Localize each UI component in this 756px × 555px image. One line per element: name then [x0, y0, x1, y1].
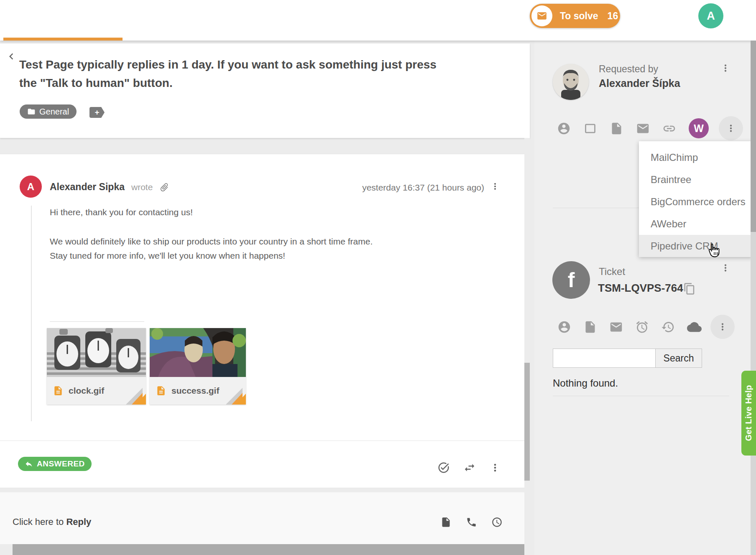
to-solve-mail-bubble	[531, 5, 552, 26]
copy-icon	[683, 283, 696, 295]
attachment-filename: success.gif	[171, 386, 219, 396]
sidebar-search-input[interactable]	[553, 349, 656, 368]
requester-name: Alexander Šípka	[599, 77, 680, 89]
reply-actions	[440, 517, 503, 528]
agent-avatar[interactable]: A	[698, 3, 723, 28]
facebook-letter: f	[568, 268, 575, 292]
collapse-back-button[interactable]	[5, 50, 18, 63]
mouse-cursor-hand	[706, 242, 723, 260]
requester-menu-button[interactable]	[720, 63, 731, 74]
top-bar	[0, 0, 756, 41]
sidebar-search-button[interactable]: Search	[655, 349, 702, 368]
message-avatar-letter: A	[27, 181, 34, 193]
status-label: ANSWERED	[37, 459, 85, 468]
integrations-dropdown: MailChimp Braintree BigCommerce orders A…	[639, 141, 753, 257]
next-card-edge	[13, 544, 530, 555]
message-avatar: A	[20, 176, 42, 198]
mail-icon[interactable]	[636, 122, 650, 135]
message-author: Alexander Sipka	[50, 181, 125, 193]
app-window: Test Page typically re… To solve 16 A Te…	[0, 0, 756, 555]
mail-icon[interactable]	[609, 320, 623, 334]
more-vert-icon	[720, 262, 731, 273]
menu-item-mailchimp[interactable]: MailChimp	[639, 146, 753, 168]
ticket-more-integrations-button[interactable]	[710, 315, 735, 339]
message-wrote-label: wrote	[131, 182, 153, 192]
ticket-label: Ticket	[599, 266, 625, 278]
more-vert-icon	[725, 123, 736, 134]
chevron-left-icon	[5, 50, 18, 63]
message-body-line: Stay tuned for more info, we'll let you …	[50, 251, 285, 261]
attachment-filename: clock.gif	[69, 386, 104, 396]
message-quote-line	[31, 206, 32, 421]
sidebar-scrollbar-thumb[interactable]	[751, 41, 756, 232]
message-body-line: Hi there, thank you for contacting us!	[50, 207, 193, 217]
mail-icon	[536, 10, 547, 21]
menu-item-aweber[interactable]: AWeber	[639, 213, 753, 235]
requester-avatar[interactable]	[553, 64, 589, 100]
folder-icon	[27, 107, 36, 116]
person-icon[interactable]	[557, 122, 571, 135]
search-empty-result: Nothing found.	[553, 377, 618, 389]
more-vert-icon	[720, 63, 731, 74]
link-icon[interactable]	[662, 122, 676, 135]
tag-label: General	[39, 107, 69, 117]
cloud-icon[interactable]	[687, 320, 702, 334]
main-scrollbar-thumb[interactable]	[524, 363, 530, 481]
folded-corner-icon	[126, 388, 146, 405]
attachment-preview-success	[150, 328, 246, 377]
ticket-integrations-row	[557, 315, 735, 339]
document-icon	[53, 385, 64, 396]
active-tab-underline	[3, 38, 123, 41]
ticket-id: TSM-LQVPS-764	[598, 282, 683, 295]
message-header: Alexander Sipka wrote	[50, 181, 169, 193]
more-vert-icon[interactable]	[489, 462, 501, 474]
person-icon[interactable]	[557, 320, 571, 334]
document-icon	[156, 385, 166, 396]
copy-ticket-id-button[interactable]	[683, 283, 696, 295]
requester-integrations-row: W	[557, 116, 743, 140]
get-live-help-tab[interactable]: Get Live Help	[741, 371, 756, 456]
main-scrollbar-track[interactable]	[524, 138, 530, 555]
resolve-check-icon[interactable]	[437, 461, 450, 474]
to-solve-button[interactable]: To solve 16	[530, 4, 620, 28]
reply-prompt-prefix: Click here to	[13, 517, 66, 527]
menu-item-pipedrive[interactable]: Pipedrive CRM	[639, 235, 753, 257]
facebook-channel-icon: f	[552, 261, 590, 299]
ticket-menu-button[interactable]	[720, 262, 731, 273]
requested-by-label: Requested by	[599, 64, 658, 75]
folded-corner-icon	[226, 388, 246, 405]
alarm-icon[interactable]	[635, 320, 649, 334]
phone-icon[interactable]	[466, 517, 477, 528]
more-vert-icon	[490, 181, 500, 191]
attachment-paperclip-icon	[157, 180, 171, 194]
file-icon[interactable]	[583, 320, 597, 334]
attachment-card[interactable]: success.gif	[150, 328, 246, 405]
sidebar-divider	[553, 396, 729, 396]
message-body-line: We would definitely like to ship our pro…	[50, 237, 373, 247]
requester-more-integrations-button[interactable]	[719, 116, 743, 140]
wordpress-badge[interactable]: W	[689, 118, 709, 138]
transfer-icon[interactable]	[463, 461, 476, 474]
menu-item-braintree[interactable]: Braintree	[639, 168, 753, 191]
schedule-clock-icon[interactable]	[491, 517, 503, 528]
history-icon[interactable]	[661, 320, 675, 334]
file-icon[interactable]	[610, 122, 623, 135]
attachment-preview-clock	[47, 328, 146, 377]
reply-prompt[interactable]: Click here to Reply	[13, 517, 91, 527]
to-solve-count: 16	[608, 10, 618, 22]
menu-item-bigcommerce[interactable]: BigCommerce orders	[639, 191, 753, 213]
attachment-separator	[50, 321, 144, 322]
to-solve-label: To solve	[560, 10, 598, 22]
message-menu-button[interactable]	[490, 181, 500, 191]
card-icon[interactable]	[583, 122, 597, 135]
note-icon[interactable]	[440, 517, 452, 528]
reply-prompt-action: Reply	[66, 517, 91, 527]
get-live-help-label: Get Live Help	[744, 385, 753, 441]
status-actions	[437, 461, 501, 474]
reply-arrow-icon	[25, 460, 33, 468]
status-badge[interactable]: ANSWERED	[18, 457, 92, 471]
message-timestamp: yesterday 16:37 (21 hours ago)	[362, 183, 484, 193]
attachment-card[interactable]: clock.gif	[47, 328, 146, 405]
ticket-title: Test Page typically replies in 1 day. If…	[19, 56, 442, 92]
tag-general[interactable]: General	[20, 104, 77, 119]
